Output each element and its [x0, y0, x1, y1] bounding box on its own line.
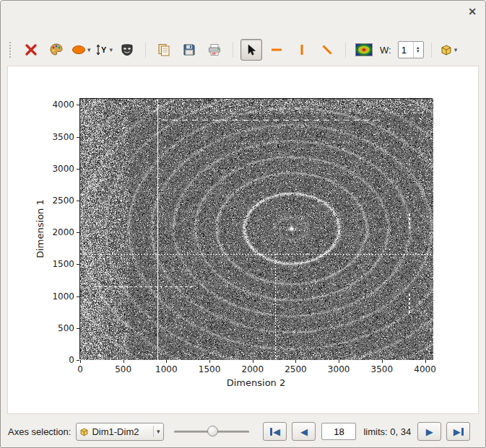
- spin-arrows[interactable]: ▲ ▼: [413, 42, 422, 58]
- clear-button[interactable]: [20, 39, 42, 61]
- chevron-down-icon[interactable]: ▾: [110, 46, 113, 53]
- x-tick-mark: [123, 360, 124, 363]
- frame-number-input[interactable]: [321, 423, 356, 440]
- y-tick-label: 2500: [52, 196, 74, 206]
- x-tick-label: 2500: [285, 364, 307, 374]
- prev-arrow-icon: ◀: [300, 427, 308, 436]
- x-tick-mark: [209, 360, 210, 363]
- diagonal-profile-button[interactable]: [316, 39, 338, 61]
- last-frame-button[interactable]: ▶: [446, 422, 470, 441]
- copy-icon: [157, 43, 171, 57]
- toolbar-handle[interactable]: [9, 42, 12, 58]
- axes-selection-value: Dim1-Dim2: [90, 426, 152, 437]
- x-tick-label: 2000: [241, 364, 264, 374]
- x-tick-mark: [253, 360, 253, 363]
- toolbar-separator: [145, 42, 146, 58]
- chevron-down-icon: ▾: [153, 426, 162, 437]
- x-tick-label: 4000: [414, 364, 436, 374]
- ellipse-tool-button[interactable]: ▾: [71, 43, 91, 57]
- y-axis-scale-icon: Y: [95, 43, 109, 57]
- ellipse-icon: [71, 43, 87, 57]
- y-tick-label: 500: [58, 323, 74, 333]
- pointer-tool-button[interactable]: [240, 39, 262, 61]
- pointer-cursor-icon: [245, 43, 258, 56]
- copy-button[interactable]: [153, 39, 175, 61]
- x-tick-label: 0: [77, 364, 83, 374]
- printer-icon: [207, 43, 222, 57]
- y-axis-ticks: 05001000150020002500300035004000: [37, 99, 79, 360]
- print-button[interactable]: [204, 39, 225, 61]
- colormap-image-button[interactable]: [353, 39, 375, 61]
- limits-label: limits: 0, 34: [363, 426, 411, 437]
- horizontal-line-icon: [269, 43, 284, 57]
- width-label: W:: [380, 45, 391, 56]
- last-bar-icon: [461, 428, 464, 436]
- plot-panel: Dimension 1 0500100015002000250030003500…: [7, 66, 479, 414]
- save-floppy-icon: [182, 43, 196, 57]
- spin-down-icon[interactable]: ▼: [416, 50, 420, 53]
- cube-icon: [79, 426, 90, 437]
- diagonal-line-icon: [320, 43, 334, 57]
- mask-icon: [120, 43, 134, 57]
- first-frame-button[interactable]: ◀: [263, 422, 287, 441]
- x-tick-mark: [339, 360, 339, 363]
- toolbar-separator: [233, 42, 233, 58]
- chevron-down-icon[interactable]: ▾: [87, 46, 91, 53]
- y-tick-label: 0: [69, 355, 74, 365]
- prev-frame-button[interactable]: ◀: [292, 422, 316, 441]
- cube-3d-icon: [439, 43, 454, 57]
- x-tick-mark: [425, 360, 426, 363]
- image-viewer-window: ✕ ▾ Y ▾: [0, 0, 486, 448]
- prev-arrow-icon: ◀: [273, 427, 280, 436]
- chevron-down-icon[interactable]: ▾: [454, 46, 458, 53]
- next-frame-button[interactable]: ▶: [417, 422, 441, 441]
- axes-selection-combo[interactable]: Dim1-Dim2 ▾: [76, 423, 164, 441]
- svg-text:Y: Y: [101, 45, 107, 54]
- yaxis-scale-button[interactable]: Y ▾: [95, 43, 113, 57]
- mask-tool-button[interactable]: [116, 39, 138, 61]
- x-tick-label: 3000: [328, 364, 350, 374]
- horizontal-profile-button[interactable]: [266, 39, 287, 61]
- y-tick-label: 2000: [52, 227, 74, 237]
- x-tick-mark: [382, 360, 383, 363]
- x-tick-label: 1500: [199, 364, 221, 374]
- toolbar-separator: [431, 42, 432, 58]
- x-tick-mark: [295, 360, 296, 363]
- y-tick-label: 4000: [52, 100, 74, 110]
- footer-bar: Axes selection: Dim1-Dim2 ▾ ◀ ◀ limits: …: [8, 421, 478, 442]
- colormap-thumbnail-icon: [355, 43, 373, 56]
- y-tick-label: 3000: [52, 164, 74, 174]
- y-tick-mark: [77, 360, 79, 361]
- palette-icon: [49, 43, 64, 57]
- profile-width-input[interactable]: [399, 45, 413, 56]
- axes-selection-label: Axes selection:: [8, 426, 71, 437]
- toolbar-separator: [345, 42, 346, 58]
- toolbar: ▾ Y ▾: [9, 37, 457, 63]
- x-axis-label: Dimension 2: [79, 377, 433, 388]
- x-tick-label: 3500: [371, 364, 394, 374]
- y-tick-label: 1500: [52, 259, 74, 269]
- vertical-profile-button[interactable]: [291, 39, 313, 61]
- x-axis-ticks: 05001000150020002500300035004000: [80, 360, 433, 376]
- close-icon[interactable]: ✕: [468, 6, 477, 17]
- y-tick-label: 3500: [52, 132, 74, 142]
- cube-view-button[interactable]: ▾: [439, 43, 458, 57]
- red-x-icon: [24, 43, 38, 57]
- x-tick-label: 500: [115, 364, 131, 374]
- x-tick-mark: [80, 360, 81, 363]
- diffraction-image[interactable]: [80, 99, 433, 360]
- plot-area: [79, 98, 433, 359]
- profile-width-spinbox[interactable]: ▲ ▼: [398, 41, 424, 58]
- y-tick-label: 1000: [52, 291, 74, 302]
- next-arrow-icon: ▶: [454, 427, 461, 436]
- next-arrow-icon: ▶: [426, 427, 433, 436]
- slider-handle[interactable]: [207, 426, 218, 436]
- save-button[interactable]: [178, 39, 200, 61]
- vertical-line-icon: [295, 43, 309, 57]
- frame-slider[interactable]: [174, 424, 249, 439]
- x-tick-label: 1000: [155, 364, 178, 374]
- first-bar-icon: [270, 428, 272, 436]
- x-tick-mark: [166, 360, 167, 363]
- palette-button[interactable]: [45, 39, 67, 61]
